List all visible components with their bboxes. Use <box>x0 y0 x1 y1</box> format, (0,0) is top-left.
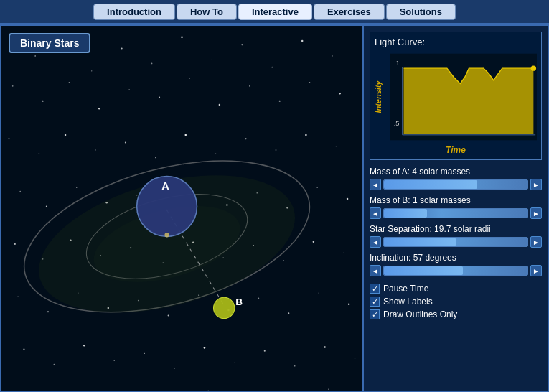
mass-b-decrease-button[interactable]: ◄ <box>370 207 381 219</box>
svg-point-75 <box>83 345 85 347</box>
svg-point-38 <box>46 205 47 207</box>
svg-point-9 <box>241 44 243 45</box>
svg-point-73 <box>23 349 24 350</box>
tab-how-to[interactable]: How To <box>177 4 237 20</box>
mass-b-increase-button[interactable]: ► <box>530 207 542 219</box>
svg-text:.5: .5 <box>394 120 400 127</box>
svg-point-69 <box>258 298 260 299</box>
light-curve-chart: 1 .5 <box>390 50 537 144</box>
inclination-fill <box>384 266 463 275</box>
tab-interactive[interactable]: Interactive <box>238 4 312 20</box>
show-labels-checkbox[interactable]: ✓ <box>370 297 380 307</box>
pause-time-checkbox[interactable]: ✓ <box>370 284 380 294</box>
separation-decrease-button[interactable]: ◄ <box>370 236 381 248</box>
separation-label: Star Separation: 19.7 solar radii <box>370 223 542 235</box>
mass-b-label: Mass of B: 1 solar masses <box>370 195 542 206</box>
svg-point-35 <box>305 134 307 136</box>
separation-control: Star Separation: 19.7 solar radii ◄ ► <box>370 223 542 248</box>
svg-text:A: A <box>161 180 169 192</box>
draw-outlines-label: Draw Outlines Only <box>383 309 457 319</box>
svg-point-21 <box>249 85 250 87</box>
svg-point-31 <box>184 134 187 136</box>
svg-point-70 <box>288 312 289 314</box>
show-labels-checkbox-row[interactable]: ✓ Show Labels <box>370 297 542 307</box>
svg-point-59 <box>313 241 315 243</box>
svg-point-72 <box>348 303 350 305</box>
y-axis-label: Intensity <box>374 80 383 113</box>
svg-point-32 <box>215 154 216 154</box>
svg-marker-112 <box>404 68 534 134</box>
svg-point-7 <box>181 36 183 38</box>
draw-outlines-checkbox-row[interactable]: ✓ Draw Outlines Only <box>370 309 542 319</box>
svg-point-39 <box>76 187 77 188</box>
svg-point-16 <box>98 108 100 110</box>
svg-point-49 <box>14 243 16 245</box>
svg-point-36 <box>336 146 337 146</box>
tab-introduction[interactable]: Introduction <box>93 4 175 20</box>
inclination-track[interactable] <box>383 266 528 276</box>
simulation-panel: Binary Stars <box>1 26 362 391</box>
svg-point-82 <box>294 365 296 367</box>
top-navigation: Introduction How To Interactive Exercise… <box>0 0 549 24</box>
separation-increase-button[interactable]: ► <box>530 236 542 248</box>
svg-point-19 <box>189 78 189 79</box>
mass-a-fill <box>384 180 477 189</box>
time-label: Time <box>375 145 537 155</box>
inclination-slider-row: ◄ ► <box>370 265 542 276</box>
mass-a-track[interactable] <box>383 179 528 190</box>
svg-point-20 <box>219 104 221 106</box>
control-panel: Light Curve: Intensity 1 .5 <box>362 26 548 391</box>
svg-point-77 <box>144 353 145 354</box>
show-labels-checkmark: ✓ <box>372 298 378 306</box>
svg-point-28 <box>95 149 95 150</box>
svg-point-66 <box>168 314 169 316</box>
inclination-increase-button[interactable]: ► <box>530 265 542 276</box>
svg-point-37 <box>19 191 21 192</box>
svg-point-48 <box>347 198 349 200</box>
svg-point-17 <box>128 89 130 90</box>
svg-point-62 <box>47 311 49 312</box>
svg-point-22 <box>279 101 281 102</box>
svg-point-29 <box>125 141 126 143</box>
svg-point-8 <box>212 60 212 60</box>
svg-point-10 <box>271 67 273 68</box>
svg-point-84 <box>355 358 355 359</box>
tab-exercises[interactable]: Exercises <box>314 4 385 20</box>
pause-time-label: Pause Time <box>383 284 428 294</box>
svg-point-11 <box>301 40 304 42</box>
svg-point-30 <box>155 157 156 159</box>
svg-point-5 <box>121 47 123 49</box>
mass-a-label: Mass of A: 4 solar masses <box>370 166 542 177</box>
svg-point-24 <box>339 93 341 95</box>
pause-time-checkbox-row[interactable]: ✓ Pause Time <box>370 284 542 294</box>
svg-point-76 <box>114 360 115 361</box>
mass-a-increase-button[interactable]: ► <box>530 179 542 190</box>
svg-point-34 <box>276 149 277 151</box>
svg-point-113 <box>531 65 536 70</box>
svg-point-80 <box>234 363 235 363</box>
tab-solutions[interactable]: Solutions <box>386 4 456 20</box>
starfield: A B <box>1 26 362 391</box>
mass-b-track[interactable] <box>383 208 528 218</box>
draw-outlines-checkbox[interactable]: ✓ <box>370 309 380 319</box>
separation-slider-row: ◄ ► <box>370 236 542 248</box>
mass-b-fill <box>384 209 427 218</box>
svg-point-47 <box>316 187 317 188</box>
svg-point-12 <box>332 55 332 56</box>
svg-text:B: B <box>235 297 243 307</box>
mass-b-control: Mass of B: 1 solar masses ◄ ► <box>370 195 542 219</box>
light-curve-section: Light Curve: Intensity 1 .5 <box>370 32 542 160</box>
separation-fill <box>384 238 456 246</box>
draw-outlines-checkmark: ✓ <box>372 311 378 319</box>
separation-track[interactable] <box>383 237 528 247</box>
inclination-decrease-button[interactable]: ◄ <box>370 265 381 276</box>
svg-point-25 <box>8 138 9 139</box>
chart-wrapper: Intensity 1 .5 <box>375 50 537 144</box>
svg-point-2 <box>34 55 36 57</box>
mass-a-decrease-button[interactable]: ◄ <box>370 179 381 190</box>
inclination-control: Inclination: 57 degrees ◄ ► <box>370 252 542 276</box>
svg-point-23 <box>309 82 310 83</box>
svg-point-15 <box>69 82 70 83</box>
svg-point-6 <box>151 63 153 65</box>
show-labels-label: Show Labels <box>383 297 433 307</box>
